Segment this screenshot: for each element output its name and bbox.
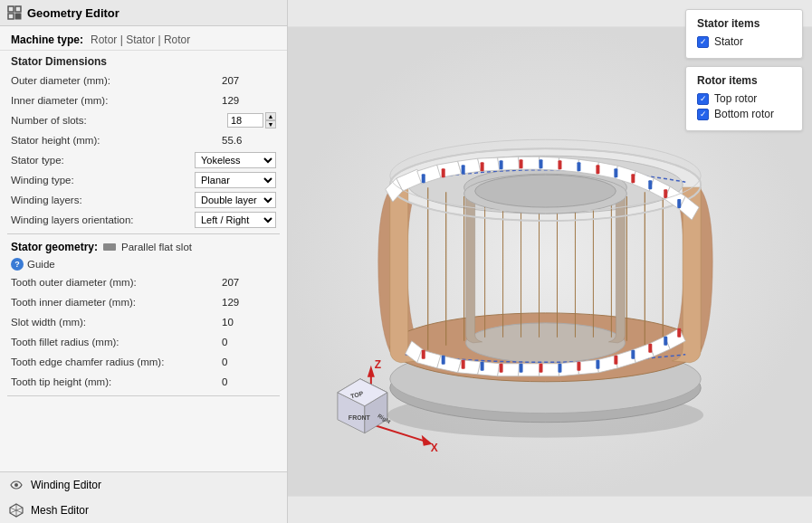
stator-dimensions-title: Stator Dimensions xyxy=(0,51,287,71)
winding-editor-item[interactable]: Winding Editor xyxy=(0,472,287,498)
svg-rect-34 xyxy=(442,168,445,177)
mesh-icon xyxy=(9,503,24,518)
svg-rect-49 xyxy=(442,356,445,365)
svg-point-64 xyxy=(475,175,616,207)
machine-type-value: Rotor | Stator | Rotor xyxy=(91,33,190,46)
svg-text:Z: Z xyxy=(375,358,381,371)
winding-orientation-row: Winding layers orientation: Left / Right xyxy=(0,210,287,230)
tooth-fillet-value: 0 xyxy=(222,337,276,347)
inner-diameter-row: Inner diameter (mm): 129 xyxy=(0,90,287,110)
panel-content: Machine type: Rotor | Stator | Rotor Sta… xyxy=(0,26,287,471)
svg-rect-42 xyxy=(596,165,599,174)
svg-rect-59 xyxy=(631,350,635,359)
stator-type-row: Stator type: Yokeless xyxy=(0,150,287,170)
svg-rect-53 xyxy=(520,364,523,373)
svg-rect-62 xyxy=(677,328,681,338)
winding-icon xyxy=(9,478,24,492)
num-slots-input[interactable] xyxy=(227,113,263,128)
tooth-outer-diam-row: Tooth outer diameter (mm): 207 xyxy=(0,272,287,292)
slot-width-label: Slot width (mm): xyxy=(11,317,222,328)
stator-type-select[interactable]: Yokeless xyxy=(195,152,276,168)
svg-text:FRONT: FRONT xyxy=(349,414,371,421)
rotor-items-card: Rotor items ✓ Top rotor ✓ Bottom rotor xyxy=(685,66,803,131)
divider-1 xyxy=(7,233,280,234)
stator-geometry-label: Stator geometry: xyxy=(11,241,98,253)
parallel-slot-icon xyxy=(103,243,116,251)
svg-rect-48 xyxy=(422,350,425,359)
tooth-chamfer-label: Tooth edge chamfer radius (mm): xyxy=(11,357,222,367)
panel-header: Geometry Editor xyxy=(0,0,287,26)
svg-rect-57 xyxy=(596,360,599,369)
svg-rect-45 xyxy=(648,180,652,189)
num-slots-spinners: ▲ ▼ xyxy=(265,112,276,128)
svg-rect-58 xyxy=(614,356,617,365)
winding-type-select-wrapper: Planar xyxy=(195,172,276,188)
svg-rect-0 xyxy=(8,6,14,12)
svg-rect-33 xyxy=(422,174,425,183)
svg-rect-52 xyxy=(500,364,503,373)
stator-checkbox-label: Stator xyxy=(714,35,743,48)
svg-rect-44 xyxy=(631,174,635,183)
svg-rect-37 xyxy=(500,160,503,169)
num-slots-up[interactable]: ▲ xyxy=(265,112,276,120)
winding-orientation-label: Winding layers orientation: xyxy=(11,214,195,225)
main-container: Geometry Editor Machine type: Rotor | St… xyxy=(0,0,812,523)
tooth-outer-diam-label: Tooth outer diameter (mm): xyxy=(11,277,222,288)
winding-editor-label: Winding Editor xyxy=(31,479,101,491)
stator-geometry-value: Parallel flat slot xyxy=(121,242,192,252)
winding-layers-select-wrapper: Double layer xyxy=(195,192,276,208)
mesh-editor-item[interactable]: Mesh Editor xyxy=(0,498,287,523)
tooth-tip-label: Tooth tip height (mm): xyxy=(11,376,222,387)
stator-checkbox[interactable]: ✓ xyxy=(697,36,709,48)
tooth-inner-diam-label: Tooth inner diameter (mm): xyxy=(11,297,222,308)
top-rotor-checkbox-label: Top rotor xyxy=(714,92,757,105)
bottom-rotor-checkbox-row: ✓ Bottom rotor xyxy=(697,108,791,120)
tooth-tip-row: Tooth tip height (mm): 0 xyxy=(0,372,287,392)
inner-diameter-label: Inner diameter (mm): xyxy=(11,95,222,106)
svg-rect-3 xyxy=(15,14,21,19)
winding-orientation-select-wrapper: Left / Right xyxy=(195,212,276,228)
winding-type-label: Winding type: xyxy=(11,175,195,185)
rotor-items-title: Rotor items xyxy=(697,74,791,87)
svg-rect-36 xyxy=(481,162,484,171)
stator-type-select-wrapper: Yokeless xyxy=(195,152,276,168)
panel-footer: Winding Editor Mesh Editor xyxy=(0,471,287,523)
tooth-chamfer-value: 0 xyxy=(222,357,276,367)
num-slots-down[interactable]: ▼ xyxy=(265,120,276,128)
panel-title: Geometry Editor xyxy=(27,6,119,20)
slot-width-row: Slot width (mm): 10 xyxy=(0,312,287,332)
svg-rect-46 xyxy=(664,189,667,198)
geometry-icon xyxy=(7,5,22,20)
bottom-rotor-checkbox[interactable]: ✓ xyxy=(697,109,709,120)
winding-layers-select[interactable]: Double layer xyxy=(195,192,276,208)
viewport[interactable]: Z X TOP FRONT Righ xyxy=(288,0,812,523)
stator-items-card: Stator items ✓ Stator xyxy=(685,9,803,59)
num-slots-input-group: ▲ ▼ xyxy=(227,112,276,128)
left-panel: Geometry Editor Machine type: Rotor | St… xyxy=(0,0,288,523)
stator-checkbox-row: ✓ Stator xyxy=(697,35,791,48)
winding-type-select[interactable]: Planar xyxy=(195,172,276,188)
slot-width-value: 10 xyxy=(222,317,276,328)
svg-rect-60 xyxy=(648,344,652,353)
svg-point-4 xyxy=(14,483,18,487)
bottom-rotor-checkbox-label: Bottom rotor xyxy=(714,108,774,120)
top-rotor-checkbox-row: ✓ Top rotor xyxy=(697,92,791,105)
machine-type-row: Machine type: Rotor | Stator | Rotor xyxy=(0,30,287,51)
outer-diameter-value: 207 xyxy=(222,75,276,86)
num-slots-label: Number of slots: xyxy=(11,115,227,126)
svg-rect-39 xyxy=(540,159,543,168)
guide-icon: ? xyxy=(11,258,24,271)
svg-rect-55 xyxy=(558,364,561,373)
tooth-inner-diam-row: Tooth inner diameter (mm): 129 xyxy=(0,292,287,312)
overlay-panel: Stator items ✓ Stator Rotor items ✓ Top … xyxy=(685,9,803,131)
guide-row[interactable]: ? Guide xyxy=(0,256,287,272)
top-rotor-checkbox[interactable]: ✓ xyxy=(697,93,709,105)
winding-orientation-select[interactable]: Left / Right xyxy=(195,212,276,228)
svg-rect-43 xyxy=(614,168,617,177)
svg-text:X: X xyxy=(431,442,438,454)
svg-rect-41 xyxy=(577,162,580,171)
tooth-outer-diam-value: 207 xyxy=(222,277,276,288)
stator-height-value: 55.6 xyxy=(222,135,276,146)
tooth-inner-diam-value: 129 xyxy=(222,297,276,308)
svg-rect-61 xyxy=(664,337,667,346)
